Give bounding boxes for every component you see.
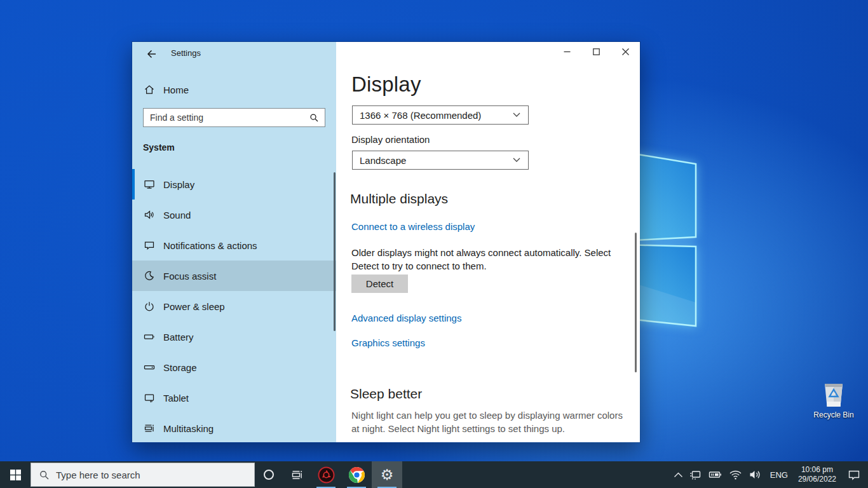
selected-accent-bar — [132, 169, 135, 200]
monitor-icon — [144, 179, 155, 190]
sidebar-item-label: Storage — [163, 362, 197, 373]
taskbar-search-input[interactable] — [56, 470, 254, 480]
sidebar-item-label: Multitasking — [163, 423, 214, 434]
recycle-bin-icon — [820, 379, 848, 409]
clock-date: 29/06/2022 — [798, 475, 836, 484]
taskbar-app-red[interactable] — [311, 461, 341, 488]
cast-icon[interactable] — [686, 461, 705, 488]
recycle-bin[interactable]: Recycle Bin — [810, 379, 858, 419]
speaker-icon — [144, 209, 155, 220]
hidden-icons-chevron[interactable] — [670, 461, 686, 488]
settings-search-input[interactable] — [144, 109, 309, 126]
connect-wireless-display-link[interactable]: Connect to a wireless display — [351, 221, 475, 232]
search-icon[interactable] — [309, 112, 319, 123]
maximize-button[interactable] — [581, 42, 611, 61]
sidebar-item-display[interactable]: Display — [132, 169, 336, 200]
minimize-button[interactable] — [552, 42, 581, 61]
settings-sidebar: Settings Home System — [132, 42, 336, 442]
system-tray: ENG 10:06 pm 29/06/2022 — [670, 461, 868, 488]
volume-icon[interactable] — [745, 461, 765, 488]
close-button[interactable] — [611, 42, 640, 61]
sidebar-scrollbar[interactable] — [334, 172, 336, 331]
resolution-dropdown[interactable]: 868 × 488 (Recommended) — [352, 105, 529, 125]
home-icon — [144, 84, 155, 95]
taskbar-app-settings[interactable]: ⚙ — [372, 461, 402, 488]
sidebar-item-label: Display — [163, 179, 194, 190]
cortana-button[interactable] — [255, 461, 283, 488]
recycle-bin-label: Recycle Bin — [810, 410, 858, 419]
sidebar-item-label: Power & sleep — [163, 301, 225, 312]
search-icon — [39, 470, 50, 480]
close-icon — [622, 48, 629, 55]
detect-description: Older displays might not always connect … — [351, 246, 626, 273]
taskbar-app-chrome[interactable] — [341, 461, 372, 488]
chevron-down-icon — [513, 112, 520, 118]
sidebar-item-label: Tablet — [163, 393, 189, 403]
battery-icon[interactable] — [705, 461, 726, 488]
sidebar-item-label: Battery — [163, 332, 194, 342]
start-button[interactable] — [0, 461, 31, 488]
orientation-dropdown[interactable]: Landscape — [352, 151, 529, 170]
notification-bubble-icon — [144, 240, 155, 251]
sidebar-item-label: Sound — [163, 210, 191, 220]
settings-main-panel: Display 868 × 488 (Recommended) Display… — [336, 42, 640, 442]
taskbar: ⚙ — [0, 461, 868, 488]
detect-button[interactable]: Detect — [351, 274, 408, 293]
sidebar-item-notifications[interactable]: Notifications & actions — [132, 230, 336, 261]
sidebar-item-multitasking[interactable]: Multitasking — [132, 413, 336, 444]
sidebar-section-header: System — [143, 142, 175, 152]
action-center-button[interactable] — [841, 461, 868, 488]
back-arrow-icon — [146, 48, 158, 60]
night-light-description: Night light can help you get to sleep by… — [351, 409, 626, 435]
red-app-icon — [318, 466, 335, 484]
maximize-icon — [593, 48, 600, 55]
sidebar-item-label: Focus assist — [163, 271, 216, 281]
sidebar-item-battery[interactable]: Battery — [132, 322, 336, 352]
taskbar-clock[interactable]: 10:06 pm 29/06/2022 — [793, 465, 841, 484]
power-icon — [144, 301, 155, 312]
orientation-label: Display orientation — [351, 134, 430, 145]
chrome-icon — [348, 466, 365, 484]
sidebar-item-sound[interactable]: Sound — [132, 200, 336, 230]
drive-icon — [144, 362, 155, 373]
wifi-icon[interactable] — [726, 461, 745, 488]
language-indicator[interactable]: ENG — [765, 470, 793, 480]
gear-icon: ⚙ — [381, 468, 394, 482]
sidebar-nav-list: Display Sound Notifications & actions — [132, 169, 336, 444]
settings-window: Settings Home System — [132, 41, 641, 443]
main-scrollbar[interactable] — [635, 233, 637, 372]
sidebar-item-tablet[interactable]: Tablet — [132, 383, 336, 413]
back-button[interactable] — [141, 46, 163, 62]
cortana-icon — [264, 470, 274, 480]
action-center-icon — [848, 469, 860, 481]
sleep-better-heading: Sleep better — [350, 386, 422, 402]
orientation-value: Landscape — [360, 155, 513, 166]
task-view-icon — [291, 469, 303, 481]
window-title: Settings — [171, 48, 201, 58]
page-title: Display — [351, 72, 421, 97]
advanced-display-settings-link[interactable]: Advanced display settings — [351, 313, 461, 323]
resolution-value: 868 × 488 (Recommended) — [360, 110, 513, 121]
moon-icon — [144, 270, 155, 281]
sidebar-item-focus-assist[interactable]: Focus assist — [132, 261, 336, 291]
minimize-icon — [564, 48, 571, 55]
graphics-settings-link[interactable]: Graphics settings — [351, 337, 425, 348]
tablet-icon — [144, 392, 155, 403]
sidebar-home-label: Home — [163, 85, 189, 95]
windows-logo-icon — [10, 470, 21, 480]
desktop: Recycle Bin Settings Home — [0, 0, 868, 488]
task-view-button[interactable] — [283, 461, 311, 488]
sidebar-item-storage[interactable]: Storage — [132, 352, 336, 383]
window-controls — [552, 42, 640, 61]
multiple-displays-heading: Multiple displays — [350, 191, 448, 207]
clock-time: 10:06 pm — [798, 465, 836, 475]
sidebar-item-power-sleep[interactable]: Power & sleep — [132, 291, 336, 322]
multitask-icon — [144, 423, 155, 434]
sidebar-item-label: Notifications & actions — [163, 240, 257, 251]
sidebar-item-home[interactable]: Home — [132, 79, 336, 100]
chevron-down-icon — [513, 158, 520, 163]
battery-icon — [144, 331, 155, 342]
settings-search-box[interactable] — [143, 108, 325, 127]
taskbar-spacer — [402, 461, 670, 488]
taskbar-search-box[interactable] — [31, 463, 255, 487]
